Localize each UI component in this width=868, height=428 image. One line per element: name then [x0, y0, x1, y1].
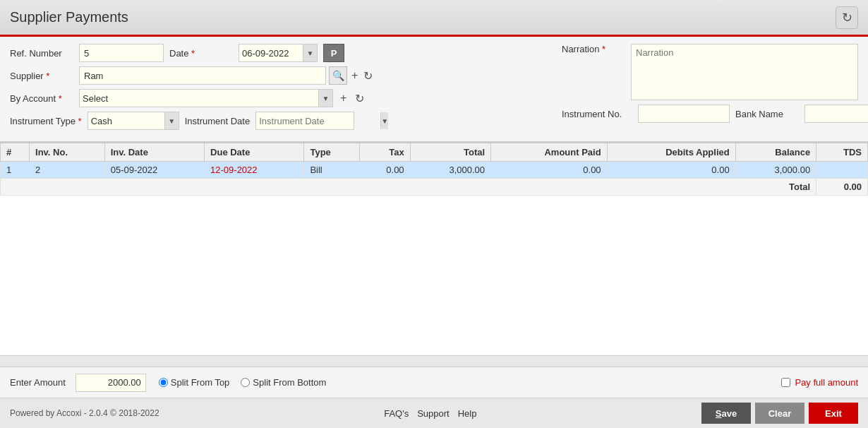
- ref-date-row: Ref. Number Date * 06-09-2022 ▼ P: [10, 44, 555, 62]
- instrument-type-arrow[interactable]: ▼: [164, 112, 179, 129]
- total-label: Total: [1, 179, 816, 196]
- by-account-dropdown-arrow[interactable]: ▼: [318, 90, 332, 107]
- clear-button[interactable]: Clear: [755, 403, 804, 424]
- pay-full-label: Pay full amount: [795, 377, 858, 388]
- support-link[interactable]: Support: [417, 408, 450, 419]
- instrument-no-input[interactable]: [638, 105, 730, 123]
- amount-input[interactable]: [76, 374, 146, 392]
- date-input-wrapper: 06-09-2022 ▼: [239, 44, 318, 62]
- split-bottom-label[interactable]: Split From Bottom: [241, 377, 326, 388]
- refresh-button[interactable]: ↻: [836, 6, 858, 29]
- col-balance: Balance: [735, 143, 816, 162]
- instrument-type-label: Instrument Type *: [10, 116, 82, 126]
- by-account-refresh-button[interactable]: ↻: [354, 90, 366, 107]
- instrument-type-wrapper: Cash ▼: [88, 112, 179, 130]
- cell-due-date: 12-09-2022: [205, 162, 304, 179]
- horizontal-scrollbar[interactable]: [0, 355, 868, 367]
- split-radio-group: Split From Top Split From Bottom: [159, 377, 327, 388]
- date-input[interactable]: 06-09-2022: [239, 44, 303, 62]
- col-type: Type: [304, 143, 360, 162]
- footer: Powered by Accoxi - 2.0.4 © 2018-2022 FA…: [0, 398, 868, 428]
- total-row: Total 0.00: [1, 179, 868, 196]
- cell-num: 1: [1, 162, 30, 179]
- by-account-select-wrapper: Select ▼: [79, 89, 333, 107]
- ref-number-input[interactable]: [79, 44, 164, 62]
- instrument-date-label: Instrument Date: [185, 116, 251, 126]
- cell-amount-paid: 0.00: [491, 162, 608, 179]
- cell-total: 3,000.00: [410, 162, 490, 179]
- invoice-table: # Inv. No. Inv. Date Due Date Type Tax T…: [0, 143, 868, 196]
- p-button[interactable]: P: [323, 44, 344, 62]
- pay-full-wrapper: Pay full amount: [781, 377, 858, 388]
- footer-buttons: Save Clear Exit: [701, 403, 858, 424]
- help-link[interactable]: Help: [458, 408, 477, 419]
- col-total: Total: [410, 143, 490, 162]
- invoice-table-section: # Inv. No. Inv. Date Due Date Type Tax T…: [0, 142, 868, 355]
- total-tds: 0.00: [816, 179, 868, 196]
- by-account-label: By Account *: [10, 93, 73, 104]
- cell-inv-date: 05-09-2022: [104, 162, 204, 179]
- by-account-select[interactable]: Select: [80, 90, 318, 107]
- col-tds: TDS: [816, 143, 868, 162]
- footer-links: FAQ's Support Help: [384, 408, 476, 419]
- split-top-label[interactable]: Split From Top: [159, 377, 230, 388]
- bank-name-label: Bank Name: [735, 109, 799, 119]
- instrument-date-input[interactable]: [256, 112, 380, 129]
- col-debits-applied: Debits Applied: [607, 143, 735, 162]
- split-top-radio[interactable]: [159, 378, 168, 387]
- cell-debits-applied: 0.00: [607, 162, 735, 179]
- title-bar: Supplier Payments ↻: [0, 0, 868, 37]
- split-bottom-radio[interactable]: [241, 378, 250, 387]
- cell-balance: 3,000.00: [735, 162, 816, 179]
- instrument-row: Instrument Type * Cash ▼ Instrument Date…: [10, 112, 555, 130]
- cell-tax: 0.00: [359, 162, 410, 179]
- narration-input[interactable]: [631, 44, 858, 100]
- instrument-type-select[interactable]: Cash: [88, 112, 164, 129]
- by-account-add-button[interactable]: +: [339, 90, 348, 106]
- form-right: Narration * Instrument No. Bank Name: [555, 44, 858, 134]
- instrument-no-label: Instrument No.: [562, 109, 632, 119]
- col-inv-no: Inv. No.: [30, 143, 105, 162]
- powered-by: Powered by Accoxi - 2.0.4 © 2018-2022: [10, 408, 159, 418]
- bank-name-input[interactable]: [804, 105, 868, 123]
- form-area: Ref. Number Date * 06-09-2022 ▼ P Suppli…: [0, 37, 868, 142]
- date-label: Date *: [169, 48, 233, 59]
- supplier-refresh-button[interactable]: ↻: [362, 68, 374, 84]
- by-account-row: By Account * Select ▼ + ↻: [10, 89, 555, 107]
- supplier-row: Supplier * 🔍 + ↻: [10, 66, 555, 85]
- col-due-date: Due Date: [205, 143, 304, 162]
- ref-number-label: Ref. Number: [10, 48, 73, 59]
- cell-inv-no: 2: [30, 162, 105, 179]
- save-button[interactable]: Save: [701, 403, 751, 424]
- supplier-add-button[interactable]: +: [350, 68, 359, 83]
- supplier-label: Supplier *: [10, 71, 73, 81]
- supplier-input-group: 🔍 + ↻: [79, 66, 374, 85]
- col-amount-paid: Amount Paid: [491, 143, 608, 162]
- instrument-date-wrapper: ▼: [255, 112, 354, 130]
- bottom-bar: Enter Amount Split From Top Split From B…: [0, 367, 868, 398]
- exit-button[interactable]: Exit: [809, 403, 858, 424]
- pay-full-checkbox[interactable]: [781, 378, 790, 387]
- app-title: Supplier Payments: [10, 9, 128, 25]
- col-num: #: [1, 143, 30, 162]
- cell-type: Bill: [304, 162, 360, 179]
- instrument-date-arrow[interactable]: ▼: [380, 112, 388, 129]
- supplier-search-button[interactable]: 🔍: [329, 66, 347, 85]
- col-tax: Tax: [359, 143, 410, 162]
- date-dropdown-arrow[interactable]: ▼: [303, 44, 317, 61]
- enter-amount-label: Enter Amount: [10, 377, 66, 388]
- narration-label: Narration *: [562, 44, 625, 54]
- cell-tds: [816, 162, 868, 179]
- supplier-input[interactable]: [79, 66, 326, 85]
- faqs-link[interactable]: FAQ's: [384, 408, 409, 419]
- table-row[interactable]: 1 2 05-09-2022 12-09-2022 Bill 0.00 3,00…: [1, 162, 868, 179]
- col-inv-date: Inv. Date: [104, 143, 204, 162]
